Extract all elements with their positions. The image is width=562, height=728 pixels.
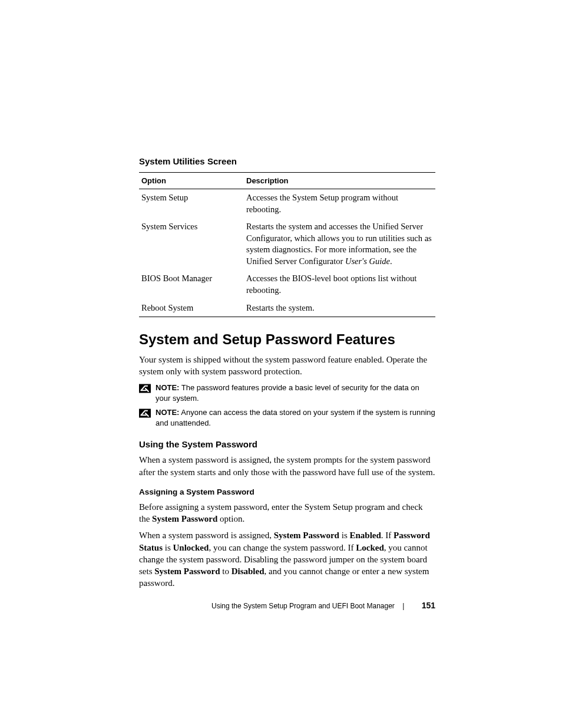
table-row: System Services Restarts the system and … <box>139 218 435 270</box>
note-icon <box>139 384 151 393</box>
note-block: NOTE: Anyone can access the data stored … <box>139 407 435 429</box>
desc-text: Restarts the system and accesses the Uni… <box>246 222 432 266</box>
bold-run: Disabled <box>232 566 265 576</box>
text-run: option. <box>217 514 244 523</box>
desc-cell: Accesses the BIOS-level boot options lis… <box>244 270 435 299</box>
note-label: NOTE: <box>156 383 179 392</box>
text-run: is <box>163 543 173 552</box>
note-label: NOTE: <box>156 408 179 417</box>
desc-cell: Restarts the system and accesses the Uni… <box>244 218 435 270</box>
desc-cell: Restarts the system. <box>244 299 435 317</box>
bold-run: Locked <box>356 543 384 552</box>
table-row: Reboot System Restarts the system. <box>139 299 435 317</box>
option-cell: System Services <box>139 218 244 270</box>
bold-run: Unlocked <box>173 543 209 552</box>
intro-paragraph: Your system is shipped without the syste… <box>139 354 435 378</box>
footer-title: Using the System Setup Program and UEFI … <box>211 602 395 610</box>
th-option: Option <box>139 173 244 189</box>
bold-run: System Password <box>152 514 217 523</box>
text-run: , you can change the system password. If <box>209 543 356 552</box>
table-row: System Setup Accesses the System Setup p… <box>139 189 435 219</box>
bold-run: Enabled <box>349 531 381 540</box>
note-text: NOTE: The password features provide a ba… <box>156 383 435 404</box>
text-run: When a system password is assigned, <box>139 531 274 540</box>
paragraph: When a system password is assigned, the … <box>139 454 435 478</box>
section-heading-utilities: System Utilities Screen <box>139 156 435 166</box>
option-cell: Reboot System <box>139 299 244 317</box>
desc-cell: Accesses the System Setup program withou… <box>244 189 435 219</box>
text-run: to <box>220 566 232 576</box>
text-run: is <box>339 531 350 540</box>
note-icon <box>139 409 151 418</box>
page-number: 151 <box>422 601 435 610</box>
note-block: NOTE: The password features provide a ba… <box>139 383 435 404</box>
desc-italic: User's Guide <box>345 256 390 266</box>
bold-run: System Password <box>154 566 220 576</box>
bold-run: System Password <box>274 531 339 540</box>
note-body: Anyone can access the data stored on you… <box>156 408 435 427</box>
paragraph: When a system password is assigned, Syst… <box>139 529 435 589</box>
page-footer: Using the System Setup Program and UEFI … <box>211 601 435 610</box>
th-description: Description <box>244 173 435 189</box>
heading-password-features: System and Setup Password Features <box>139 331 435 348</box>
footer-separator: | <box>402 602 404 610</box>
paragraph: Before assigning a system password, ente… <box>139 501 435 525</box>
table-row: BIOS Boot Manager Accesses the BIOS-leve… <box>139 270 435 299</box>
option-cell: System Setup <box>139 189 244 219</box>
utilities-table: Option Description System Setup Accesses… <box>139 172 435 317</box>
heading-assigning-password: Assigning a System Password <box>139 487 435 496</box>
note-text: NOTE: Anyone can access the data stored … <box>156 407 435 429</box>
option-cell: BIOS Boot Manager <box>139 270 244 299</box>
note-body: The password features provide a basic le… <box>156 383 419 403</box>
text-run: . If <box>381 531 394 540</box>
heading-using-password: Using the System Password <box>139 439 435 449</box>
desc-text: . <box>390 256 392 266</box>
